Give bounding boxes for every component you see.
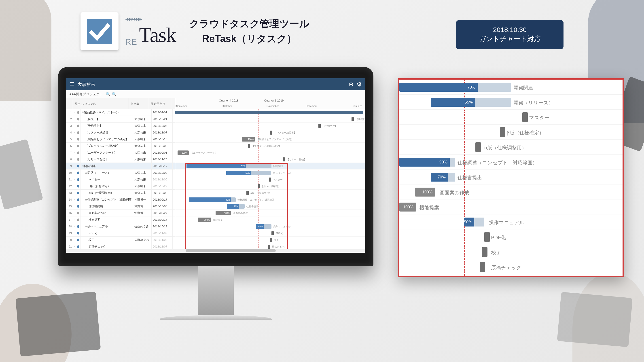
task-date[interactable]: 2018/09/01 xyxy=(152,109,173,116)
col-heading[interactable]: 見出し/タスク名 xyxy=(73,98,129,109)
detail-bar-complete[interactable]: 100% xyxy=(399,202,416,212)
task-assignee[interactable] xyxy=(133,230,152,236)
task-date[interactable]: 2018/09/01 xyxy=(152,149,173,156)
table-row[interactable]: 10 ⋯ ⊟開発（リリース） 大森祐来 2018/10/08 xyxy=(66,170,175,176)
task-name[interactable]: ⊟製品概要・マイルストーン xyxy=(80,109,133,116)
table-row[interactable]: 3 ⋯ 【予約受付】 大森祐来 2018/12/04 xyxy=(66,122,175,129)
timeline-row[interactable]: 100% 【製品名とラインアップの決定】 xyxy=(175,136,366,143)
task-name[interactable]: β版（仕様確定） xyxy=(80,183,133,190)
row-menu-icon[interactable]: ⋯ xyxy=(73,230,76,236)
row-menu-icon[interactable]: ⋯ xyxy=(73,223,76,230)
task-assignee[interactable]: 大森祐来 xyxy=(133,143,152,149)
detail-milestone[interactable] xyxy=(480,262,485,272)
timeline-row[interactable]: 55% 開発（リリース） xyxy=(175,170,366,176)
table-row[interactable]: 6 ⋯ 【プログラムの仕様決定】 大森祐来 2018/10/08 xyxy=(66,143,175,149)
task-name[interactable]: 仕様書提出 xyxy=(80,203,133,210)
row-menu-icon[interactable]: ⋯ xyxy=(73,129,76,136)
task-name[interactable]: ⊟開発（リリース） xyxy=(80,170,133,176)
timeline-row[interactable]: PDF化 xyxy=(175,230,366,236)
task-name[interactable]: 【マスター納品日】 xyxy=(80,129,133,136)
task-date[interactable]: 2018/10/08 xyxy=(152,143,173,149)
timeline-row[interactable]: マスター xyxy=(175,176,366,183)
row-menu-icon[interactable]: ⋯ xyxy=(73,149,76,156)
task-assignee[interactable]: 大森祐来 xyxy=(133,183,152,190)
timeline-row[interactable]: 50% 操作マニュアル xyxy=(175,223,366,230)
task-assignee[interactable] xyxy=(133,163,152,169)
task-assignee[interactable]: 大森祐来 xyxy=(133,156,152,162)
table-row[interactable]: 4 ⋯ 【マスター納品日】 大森祐来 2018/11/07 xyxy=(66,129,175,136)
task-name[interactable]: 【発売日】 xyxy=(80,116,133,122)
task-name[interactable]: 校了 xyxy=(80,236,133,243)
gantt-milestone[interactable] xyxy=(283,158,285,162)
row-menu-icon[interactable]: ⋯ xyxy=(73,190,76,196)
table-row[interactable]: 7 ⋯ 【ユーザーアンケート】 大森祐来 2018/09/01 xyxy=(66,149,175,156)
detail-bar-progress[interactable]: 50% xyxy=(464,218,484,226)
task-assignee[interactable]: 大森祐来 xyxy=(133,136,152,142)
row-menu-icon[interactable]: ⋯ xyxy=(73,176,76,183)
timeline-row[interactable]: 100% 【ユーザーアンケート】 xyxy=(175,149,366,156)
task-assignee[interactable]: 大森祐来 xyxy=(133,170,152,176)
table-row[interactable]: 13 ⋯ α版（仕様調整用） 大森祐来 2018/10/08 xyxy=(66,190,175,196)
timeline-row[interactable]: 100% 機能提案 xyxy=(175,216,366,223)
task-date[interactable]: 2018/11/09 xyxy=(152,230,173,236)
timeline-row[interactable]: 70% 仕様書提出 xyxy=(175,203,366,210)
table-row[interactable]: 14 ⋯ ⊟仕様調整（コンセプト、対応範囲） 沖野博一 2018/09/17 xyxy=(66,196,175,203)
task-date[interactable]: 2018/12/04 xyxy=(152,122,173,129)
task-date[interactable]: 2018/11/20 xyxy=(152,156,173,162)
table-row[interactable]: 19 ⋯ PDF化 2018/11/09 xyxy=(66,230,175,236)
task-date[interactable]: 2018/09/17 xyxy=(152,196,173,203)
gantt-bar-progress[interactable]: 90% xyxy=(189,198,236,202)
gantt-bar-progress[interactable]: 55% xyxy=(226,170,271,175)
table-row[interactable]: 11 ⋯ マスター 大森祐来 2018/11/05 xyxy=(66,176,175,183)
table-row[interactable]: 20 ⋯ 校了 佐藤めぐみ 2018/11/08 xyxy=(66,236,175,243)
gantt-bar-complete[interactable]: 100% xyxy=(198,218,211,222)
table-row[interactable]: 1 ⋯ ⊟製品概要・マイルストーン 2018/09/01 xyxy=(66,109,175,116)
gantt-milestone[interactable] xyxy=(248,144,250,148)
gear-icon[interactable]: ⚙ xyxy=(357,81,362,88)
gantt-milestone[interactable] xyxy=(272,231,274,235)
gantt-milestone[interactable] xyxy=(270,238,272,242)
task-date[interactable]: 2018/10/29 xyxy=(152,223,173,230)
task-date[interactable]: 2018/11/05 xyxy=(152,176,173,183)
task-name[interactable]: 機能提案 xyxy=(80,216,133,223)
timeline-row[interactable]: 【マスター納品日】 xyxy=(175,129,366,136)
task-assignee[interactable]: 大森祐来 xyxy=(133,129,152,136)
timeline-row[interactable]: 【予約受付】 xyxy=(175,122,366,129)
task-assignee[interactable]: 沖野博一 xyxy=(133,203,152,210)
timeline-row[interactable]: 90% 仕様調整（コンセプト、対応範囲） xyxy=(175,196,366,203)
table-row[interactable]: 12 ⋯ β版（仕様確定） 大森祐来 2018/10/22 xyxy=(66,183,175,190)
gantt-bar-summary[interactable] xyxy=(175,111,363,114)
detail-bar-progress[interactable]: 55% xyxy=(431,98,511,107)
row-menu-icon[interactable]: ⋯ xyxy=(73,210,76,216)
task-assignee[interactable] xyxy=(133,109,152,116)
row-menu-icon[interactable]: ⋯ xyxy=(73,216,76,223)
detail-bar-progress[interactable]: 90% xyxy=(399,158,455,166)
task-assignee[interactable] xyxy=(133,216,152,223)
task-assignee[interactable]: 大森祐来 xyxy=(133,190,152,196)
task-name[interactable]: マスター xyxy=(80,176,133,183)
timeline-row[interactable]: 【発売日】 xyxy=(175,116,366,122)
gantt-milestone[interactable] xyxy=(318,124,321,128)
task-name[interactable]: PDF化 xyxy=(80,230,133,236)
task-date[interactable]: 2018/10/15 xyxy=(152,136,173,142)
detail-bar-progress[interactable]: 70% xyxy=(431,172,455,182)
gantt-milestone[interactable] xyxy=(270,130,272,134)
task-name[interactable]: 【リリース配信】 xyxy=(80,156,133,162)
timeline-row[interactable]: 70% 開発関連 xyxy=(175,163,366,170)
task-assignee[interactable]: 大森祐来 xyxy=(133,176,152,183)
gantt-milestone[interactable] xyxy=(246,191,249,195)
row-menu-icon[interactable]: ⋯ xyxy=(73,203,76,210)
task-date[interactable]: 2018/11/07 xyxy=(152,129,173,136)
task-date[interactable]: 2018/09/17 xyxy=(152,216,173,223)
table-row[interactable]: 17 ⋯ 機能提案 2018/09/17 xyxy=(66,216,175,223)
gantt-bar-progress[interactable]: 70% xyxy=(227,204,245,208)
table-row[interactable]: 2 ⋯ 【発売日】 大森祐来 2018/12/21 xyxy=(66,116,175,122)
task-assignee[interactable]: 佐藤めぐみ xyxy=(133,223,152,230)
task-name[interactable]: 【プログラムの仕様決定】 xyxy=(80,143,133,149)
task-assignee[interactable]: 沖野博一 xyxy=(133,196,152,203)
gantt-bar-progress[interactable]: 70% xyxy=(186,164,272,168)
project-name[interactable]: AAA開発プロジェクト xyxy=(69,92,103,96)
task-assignee[interactable]: 大森祐来 xyxy=(133,149,152,156)
table-row[interactable]: 16 ⋯ 画面案の作成 沖野博一 2018/09/27 xyxy=(66,210,175,216)
row-menu-icon[interactable]: ⋯ xyxy=(73,163,76,169)
